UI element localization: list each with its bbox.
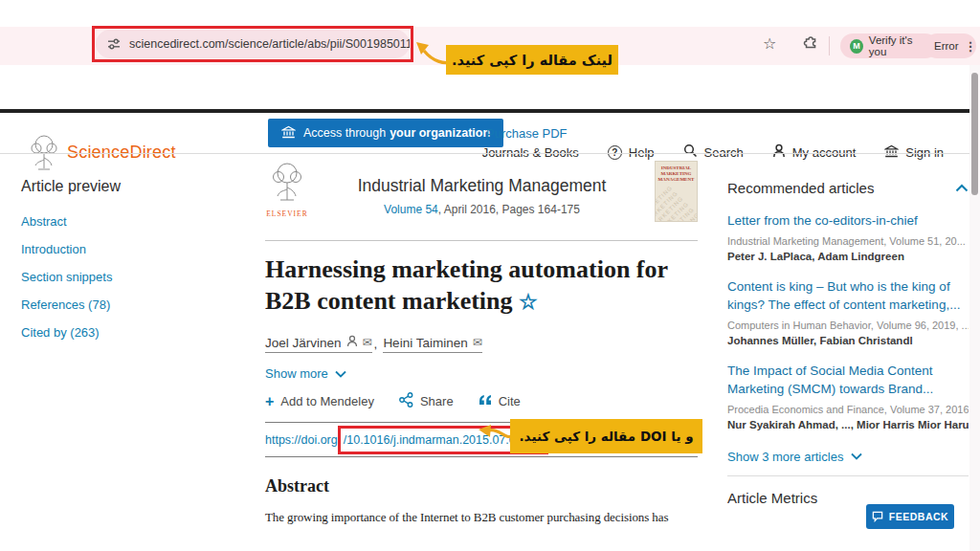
error-label: Error — [934, 40, 959, 52]
help-icon: ? — [608, 145, 622, 160]
recommended-articles-panel: Recommended articles Letter from the co-… — [727, 180, 969, 506]
recommended-heading: Recommended articles — [727, 180, 874, 196]
copy-doi-annotation: و یا DOI مقاله را کپی کنید. — [510, 419, 702, 453]
verify-label: Verify it's you — [869, 34, 928, 57]
nav-search[interactable]: Search — [683, 143, 744, 161]
journal-cover-thumbnail[interactable]: INDUSTRIAL MARKETING MANAGEMENT MARKETIN… — [655, 161, 698, 222]
article-metrics-heading: Article Metrics — [727, 490, 969, 506]
plus-icon: + — [265, 393, 274, 410]
abstract-heading: Abstract — [265, 476, 698, 496]
recommended-article-source: Computers in Human Behavior, Volume 96, … — [727, 320, 969, 331]
nav-cited-by[interactable]: Cited by (263) — [21, 325, 241, 340]
divider — [265, 456, 698, 457]
recommended-article[interactable]: Letter from the co-editors-in-chief Indu… — [727, 211, 969, 262]
banner-divider — [265, 240, 698, 241]
nav-sign-in[interactable]: Sign in — [884, 144, 944, 161]
annotation-arrow-doi — [477, 421, 515, 444]
recommended-article-authors: Peter J. LaPlaca, Adam Lindgreen — [727, 251, 969, 262]
search-icon — [683, 143, 698, 161]
recommended-article-title[interactable]: The Impact of Social Media Content Marke… — [727, 362, 969, 399]
error-button[interactable]: Error ⋮ — [924, 33, 976, 58]
copy-link-annotation: لینک مقاله را کپی کنید. — [446, 45, 618, 75]
institution-icon — [281, 125, 296, 142]
journal-title-link[interactable]: Industrial Marketing Management — [309, 176, 655, 196]
recommended-article-authors: Johannes Müller, Fabian Christandl — [727, 335, 969, 346]
chevron-down-icon — [851, 452, 862, 460]
article-title: Harnessing marketing automation for B2B … — [265, 253, 694, 318]
article-preview-nav: Article preview Abstract Introduction Se… — [21, 178, 241, 353]
author-list: Joel Järvinen ✉ , Heini Taiminen ✉ — [265, 335, 698, 353]
elsevier-tree-logo — [268, 161, 306, 205]
article-main: ELSEVIER Industrial Marketing Management… — [265, 161, 698, 525]
speech-bubble-icon — [872, 511, 883, 522]
journal-info: Industrial Marketing Management Volume 5… — [309, 161, 655, 216]
nav-my-account[interactable]: My account — [772, 143, 856, 161]
recommended-article-title[interactable]: Letter from the co-editors-in-chief — [727, 211, 969, 231]
site-settings-icon[interactable] — [107, 37, 121, 51]
share-icon — [399, 392, 413, 410]
person-icon — [346, 335, 358, 350]
divider — [727, 475, 969, 476]
elsevier-logo-block[interactable]: ELSEVIER — [265, 161, 309, 218]
scrollbar-thumb[interactable] — [971, 73, 978, 195]
nav-section-snippets[interactable]: Section snippets — [21, 270, 241, 284]
url-text: sciencedirect.com/science/article/abs/pi… — [129, 37, 410, 51]
recommended-article-source: Procedia Economics and Finance, Volume 3… — [727, 404, 969, 415]
header-divider-bar — [0, 109, 980, 113]
recommended-article-title[interactable]: Content is king – But who is the king of… — [727, 277, 969, 315]
recommended-article-source: Industrial Marketing Management, Volume … — [727, 235, 969, 247]
article-actions: + Add to Mendeley Share Cite — [265, 392, 698, 410]
title-footnote-star-icon[interactable]: ☆ — [519, 290, 538, 314]
show-more-articles-button[interactable]: Show 3 more articles — [727, 450, 969, 464]
nav-references[interactable]: References (78) — [21, 298, 241, 312]
access-through-org-button[interactable]: Access through your organization — [268, 119, 503, 147]
share-button[interactable]: Share — [399, 392, 454, 410]
volume-link[interactable]: Volume 54 — [384, 203, 438, 216]
nav-help[interactable]: ? Help — [608, 145, 655, 160]
show-more-button[interactable]: Show more — [265, 366, 698, 381]
purchase-pdf-link[interactable]: Purchase PDF — [486, 126, 568, 141]
feedback-button[interactable]: FEEDBACK — [866, 504, 954, 529]
nav-abstract[interactable]: Abstract — [21, 214, 241, 229]
kebab-menu-icon[interactable]: ⋮ — [965, 39, 977, 54]
recommended-article[interactable]: The Impact of Social Media Content Marke… — [727, 362, 969, 430]
article-preview-heading: Article preview — [21, 178, 241, 195]
institution-icon — [884, 144, 899, 161]
journal-issue-info: Volume 54, April 2016, Pages 164-175 — [309, 203, 655, 216]
browser-tab-strip — [0, 0, 980, 27]
collapse-chevron-up-icon[interactable] — [955, 184, 969, 192]
email-icon: ✉ — [473, 336, 482, 349]
cite-button[interactable]: Cite — [479, 394, 521, 408]
page: ← → ↻ sciencedirect.com/science/article/… — [0, 0, 980, 551]
toolbar-separator — [829, 36, 830, 55]
abstract-text: The growing importance of the Internet t… — [265, 510, 698, 525]
recommended-article-authors: Nur Syakirah Ahmad, ..., Mior Harris Mio… — [727, 419, 969, 430]
extensions-icon[interactable] — [802, 34, 818, 55]
bookmark-star-icon[interactable]: ☆ — [763, 34, 776, 53]
elsevier-tree-logo — [27, 133, 61, 177]
verify-its-you-button[interactable]: M Verify it's you — [840, 33, 938, 58]
add-to-mendeley-button[interactable]: + Add to Mendeley — [265, 393, 374, 410]
chevron-down-icon — [335, 370, 346, 378]
author-link[interactable]: Joel Järvinen ✉ — [265, 335, 372, 353]
profile-badge-icon: M — [850, 39, 863, 54]
author-link[interactable]: Heini Taiminen ✉ — [383, 336, 481, 353]
cite-quote-icon — [479, 394, 492, 408]
journal-banner: ELSEVIER Industrial Marketing Management… — [265, 161, 698, 228]
email-icon: ✉ — [363, 336, 372, 349]
doi-link[interactable]: https://doi.org — [265, 433, 338, 447]
address-bar[interactable]: sciencedirect.com/science/article/abs/pi… — [96, 30, 410, 58]
recommended-article[interactable]: Content is king – But who is the king of… — [727, 277, 969, 346]
person-icon — [772, 143, 786, 161]
nav-introduction[interactable]: Introduction — [21, 242, 241, 256]
elsevier-wordmark: ELSEVIER — [265, 209, 309, 218]
subheader-divider — [0, 153, 980, 154]
